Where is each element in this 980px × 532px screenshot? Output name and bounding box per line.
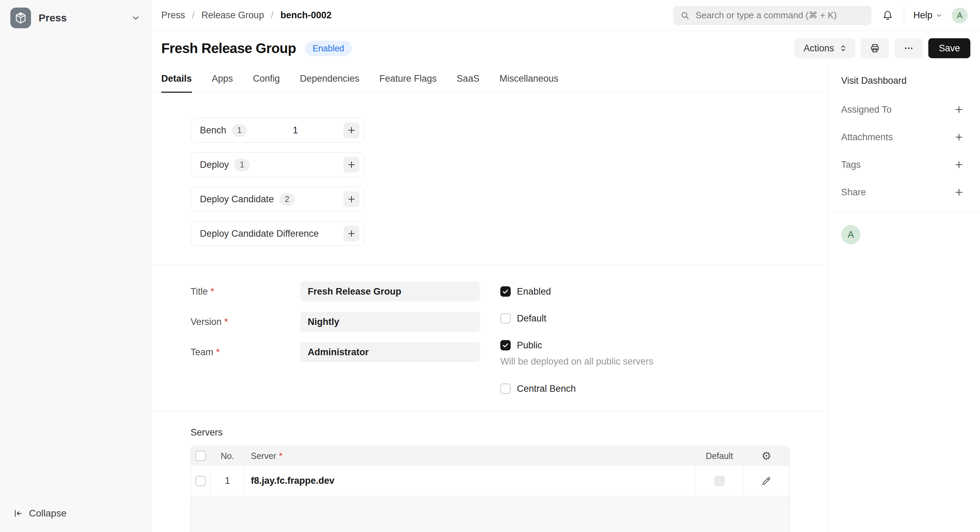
add-deploy-button[interactable] — [344, 157, 360, 173]
tab-config[interactable]: Config — [253, 73, 280, 93]
version-field[interactable]: Nightly — [300, 312, 480, 332]
ellipsis-icon — [903, 43, 914, 54]
form-row-team: Team* Administrator — [191, 342, 480, 362]
save-button[interactable]: Save — [928, 38, 970, 58]
plus-icon — [347, 194, 356, 204]
default-checkbox-row[interactable]: Default — [500, 308, 653, 329]
title-field[interactable]: Fresh Release Group — [300, 281, 480, 302]
topbar: Press / Release Group / bench-0002 Searc… — [152, 0, 980, 31]
tags-label: Tags — [841, 160, 861, 170]
enabled-checkbox-label: Enabled — [517, 286, 551, 297]
tab-saas[interactable]: SaaS — [457, 73, 479, 93]
central-bench-checkbox[interactable] — [500, 383, 511, 394]
visit-dashboard-link[interactable]: Visit Dashboard — [841, 65, 966, 96]
viewer-avatar[interactable]: A — [841, 225, 861, 244]
more-options-button[interactable] — [894, 38, 923, 58]
check-icon — [502, 341, 509, 349]
servers-table: No. Server* Default ⚙ — [191, 446, 789, 532]
viewers-row: A — [841, 225, 966, 244]
row-default-checkbox[interactable] — [714, 476, 725, 486]
server-name-cell[interactable]: f8.jay.fc.frappe.dev — [245, 466, 695, 496]
form-checkboxes: Enabled Default Public — [500, 281, 653, 399]
add-bench-button[interactable] — [344, 122, 360, 138]
tab-apps[interactable]: Apps — [212, 73, 233, 93]
plus-icon — [954, 132, 964, 142]
add-attachment-button[interactable] — [952, 130, 966, 145]
form-row-version: Version* Nightly — [191, 312, 480, 332]
required-asterisk: * — [224, 317, 228, 327]
breadcrumb-release-group[interactable]: Release Group — [202, 10, 264, 21]
servers-table-header: No. Server* Default ⚙ — [191, 446, 789, 465]
tags-row: Tags — [841, 151, 966, 178]
central-bench-checkbox-row[interactable]: Central Bench — [500, 379, 653, 399]
row-default-cell — [695, 466, 744, 496]
notifications-bell-icon[interactable] — [880, 8, 895, 23]
help-menu[interactable]: Help — [913, 10, 943, 21]
default-checkbox[interactable] — [500, 313, 511, 324]
link-count-badge: 1 — [234, 159, 250, 171]
user-avatar[interactable]: A — [952, 8, 967, 24]
default-column-header: Default — [695, 446, 744, 465]
gear-icon[interactable]: ⚙ — [762, 450, 772, 461]
plus-icon — [347, 160, 356, 170]
link-card-deploy-candidate[interactable]: Deploy Candidate 2 — [191, 187, 364, 211]
link-card-bench[interactable]: Bench 1 1 — [191, 118, 364, 143]
add-deploy-candidate-button[interactable] — [344, 191, 360, 207]
actions-button[interactable]: Actions — [795, 38, 856, 58]
link-card-label: Deploy Candidate — [200, 194, 274, 205]
page-title: Fresh Release Group — [161, 41, 296, 56]
tab-miscellaneous[interactable]: Miscellaneous — [499, 73, 558, 93]
right-panel: Visit Dashboard Assigned To Attachments … — [828, 65, 980, 532]
add-deploy-candidate-difference-button[interactable] — [344, 226, 360, 241]
breadcrumb-separator: / — [271, 10, 274, 21]
link-card-label: Bench — [200, 125, 226, 136]
help-label: Help — [913, 10, 932, 21]
enabled-checkbox-row[interactable]: Enabled — [500, 281, 653, 302]
breadcrumb-press[interactable]: Press — [161, 10, 185, 21]
link-card-deploy[interactable]: Deploy 1 — [191, 152, 364, 177]
required-asterisk: * — [279, 451, 283, 461]
add-share-button[interactable] — [952, 185, 966, 200]
tab-content: Bench 1 1 Deploy 1 — [152, 93, 828, 532]
collapse-label: Collapse — [29, 508, 67, 519]
workspace-switcher[interactable]: Press — [10, 8, 141, 28]
public-checkbox[interactable] — [500, 340, 511, 350]
link-open-count: 1 — [253, 125, 338, 136]
server-row[interactable]: 1 f8.jay.fc.frappe.dev — [191, 465, 789, 496]
collapse-icon — [13, 508, 24, 519]
plus-icon — [347, 125, 356, 135]
tab-dependencies[interactable]: Dependencies — [300, 73, 360, 93]
print-button[interactable] — [861, 38, 889, 58]
add-tag-button[interactable] — [952, 157, 966, 172]
link-count-badge: 2 — [280, 193, 295, 206]
title-actions: Actions Save — [795, 38, 970, 58]
assigned-to-label: Assigned To — [841, 105, 892, 115]
press-app-logo — [10, 8, 31, 28]
details-form: Title* Fresh Release Group Version* Nigh… — [191, 265, 789, 399]
search-placeholder: Search or type a command (⌘ + K) — [695, 10, 837, 21]
tab-details[interactable]: Details — [161, 73, 192, 93]
team-field[interactable]: Administrator — [300, 342, 480, 362]
edit-pencil-icon[interactable] — [761, 476, 772, 486]
select-all-checkbox[interactable] — [196, 451, 206, 461]
panel-divider — [829, 212, 980, 213]
collapse-sidebar-button[interactable]: Collapse — [10, 508, 141, 519]
page-header: Fresh Release Group Enabled Actions — [152, 31, 980, 65]
form-row-title: Title* Fresh Release Group — [191, 281, 480, 302]
enabled-checkbox[interactable] — [500, 286, 511, 297]
public-checkbox-row[interactable]: Public — [500, 335, 653, 355]
linked-documents: Bench 1 1 Deploy 1 — [191, 118, 364, 246]
body-row: Details Apps Config Dependencies Feature… — [152, 65, 980, 532]
tab-feature-flags[interactable]: Feature Flags — [379, 73, 437, 93]
select-all-cell — [191, 446, 210, 465]
row-select-checkbox[interactable] — [196, 476, 206, 486]
check-icon — [502, 288, 509, 295]
cube-icon — [14, 11, 27, 24]
add-assignment-button[interactable] — [952, 102, 966, 117]
server-column-header: Server* — [245, 446, 695, 465]
row-edit-cell — [744, 466, 789, 496]
global-search-input[interactable]: Search or type a command (⌘ + K) — [673, 6, 872, 25]
attachments-row: Attachments — [841, 123, 966, 151]
link-card-deploy-candidate-difference[interactable]: Deploy Candidate Difference — [191, 221, 364, 246]
required-asterisk: * — [210, 286, 214, 297]
